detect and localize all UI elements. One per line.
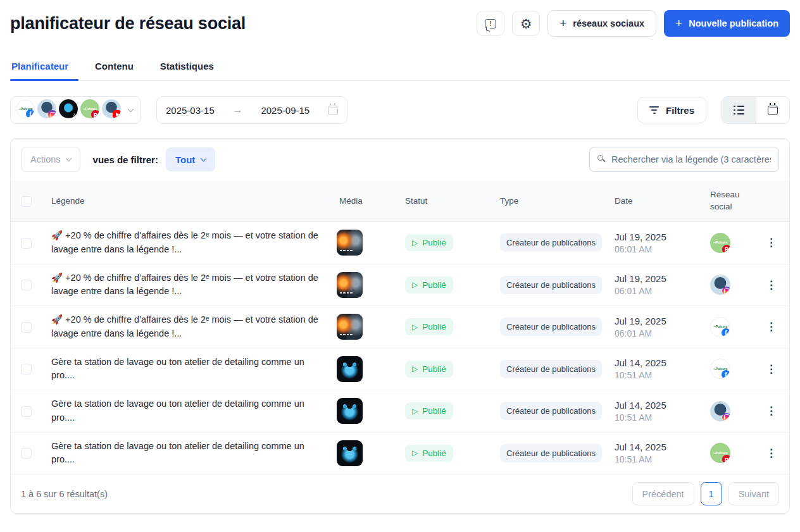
status-badge: ▷ Publié <box>405 234 453 251</box>
row-menu-button[interactable]: ⋮ <box>761 360 782 378</box>
network-badge-icon <box>26 109 35 118</box>
network-account-avatar <box>710 443 730 463</box>
published-icon: ▷ <box>412 365 418 373</box>
settings-button[interactable]: ⚙ <box>512 11 540 36</box>
filter-lines-icon <box>649 106 659 114</box>
account-avatar <box>16 99 35 118</box>
plus-icon: + <box>675 17 682 29</box>
published-icon: ▷ <box>412 449 418 457</box>
status-badge: ▷ Publié <box>405 361 453 378</box>
new-publication-button[interactable]: + Nouvelle publication <box>664 10 790 37</box>
status-label: Publié <box>422 364 446 374</box>
filter-view-select[interactable]: Tout <box>166 147 215 171</box>
row-menu-button[interactable]: ⋮ <box>761 444 782 462</box>
table-row: 🚀 +20 % de chiffre d'affaires dès le 2ᵉ … <box>11 264 789 307</box>
status-label: Publié <box>422 448 446 458</box>
network-badge-icon <box>722 328 730 337</box>
table-row: Gère ta station de lavage ou ton atelier… <box>11 390 789 433</box>
post-type-pill: Créateur de publications <box>500 444 602 462</box>
post-media-thumbnail[interactable] <box>337 356 363 382</box>
post-media-thumbnail[interactable] <box>337 398 363 424</box>
status-badge: ▷ Publié <box>405 318 453 335</box>
chevron-down-icon <box>65 155 72 161</box>
post-caption: Gère ta station de lavage ou ton atelier… <box>41 349 329 390</box>
row-checkbox[interactable] <box>21 238 32 249</box>
tab-bar: Planificateur Contenu Statistiques <box>10 56 790 81</box>
tab-contenu[interactable]: Contenu <box>94 56 135 80</box>
table-row: 🚀 +20 % de chiffre d'affaires dès le 2ᵉ … <box>11 222 789 264</box>
column-header-statut: Statut <box>392 196 487 206</box>
post-media-thumbnail[interactable] <box>337 272 363 298</box>
post-date: Jul 14, 2025 <box>615 442 697 452</box>
connected-account <box>37 99 59 121</box>
row-checkbox[interactable] <box>21 406 32 417</box>
page-title: planificateur de réseau social <box>10 14 246 34</box>
row-checkbox[interactable] <box>21 364 32 374</box>
column-header-media: Média <box>329 196 392 206</box>
column-header-type: Type <box>487 196 603 206</box>
search-container <box>589 147 779 172</box>
row-checkbox[interactable] <box>21 448 32 459</box>
date-start-value[interactable]: 2025-03-15 <box>166 105 215 116</box>
account-avatar <box>102 99 121 118</box>
row-checkbox[interactable] <box>21 280 32 290</box>
actions-dropdown[interactable]: Actions <box>21 147 80 172</box>
add-social-networks-label: réseaux sociaux <box>573 18 644 28</box>
status-badge: ▷ Publié <box>405 402 453 419</box>
search-input[interactable] <box>589 147 779 172</box>
status-label: Publié <box>422 280 446 290</box>
view-toggle <box>722 96 790 124</box>
row-menu-button[interactable]: ⋮ <box>761 233 782 252</box>
published-icon: ▷ <box>412 407 418 415</box>
row-menu-button[interactable]: ⋮ <box>761 276 782 294</box>
post-date: Jul 19, 2025 <box>615 316 697 326</box>
network-badge-icon <box>70 110 78 118</box>
calendar-view-icon <box>768 106 778 115</box>
post-media-thumbnail[interactable] <box>337 440 363 466</box>
feedback-button[interactable]: ! <box>477 11 504 36</box>
date-end-value[interactable]: 2025-09-15 <box>261 105 309 116</box>
post-date: Jul 19, 2025 <box>615 232 697 242</box>
previous-page-button[interactable]: Précédent <box>632 482 694 505</box>
post-media-thumbnail[interactable] <box>337 314 363 340</box>
post-date: Jul 14, 2025 <box>615 357 697 368</box>
post-time: 06:01 AM <box>615 244 697 254</box>
tab-planificateur[interactable]: Planificateur <box>10 56 70 80</box>
published-icon: ▷ <box>412 239 418 247</box>
network-badge-icon <box>722 287 730 295</box>
feedback-bubble-icon: ! <box>485 19 496 28</box>
column-header-reseau-social: Réseau social <box>710 189 746 212</box>
network-badge-icon <box>113 110 121 118</box>
results-count: 1 à 6 sur 6 résultat(s) <box>21 489 108 499</box>
add-social-networks-button[interactable]: + réseaux sociaux <box>547 10 656 37</box>
table-row: Gère ta station de lavage ou ton atelier… <box>11 349 789 391</box>
chevron-down-icon <box>201 155 207 161</box>
table-body: 🚀 +20 % de chiffre d'affaires dès le 2ᵉ … <box>11 222 789 474</box>
date-range-picker[interactable]: 2025-03-15 → 2025-09-15 <box>156 96 347 124</box>
accounts-list <box>16 99 123 121</box>
post-type-pill: Créateur de publications <box>500 276 602 294</box>
filter-views-label: vues de filtrer: <box>93 154 158 165</box>
tab-statistiques[interactable]: Statistiques <box>159 56 215 80</box>
connected-account <box>80 99 102 121</box>
published-icon: ▷ <box>412 323 418 331</box>
row-menu-button[interactable]: ⋮ <box>761 318 782 336</box>
post-type-pill: Créateur de publications <box>500 318 602 336</box>
row-checkbox[interactable] <box>21 322 32 333</box>
network-badge-icon <box>722 245 730 253</box>
page-number-button[interactable]: 1 <box>701 482 722 505</box>
accounts-selector[interactable] <box>10 96 141 124</box>
page-header: planificateur de réseau social ! ⚙ + rés… <box>10 0 790 37</box>
next-page-button[interactable]: Suivant <box>728 482 779 505</box>
post-media-thumbnail[interactable] <box>337 230 363 256</box>
list-view-button[interactable] <box>722 97 756 123</box>
connected-account <box>16 99 37 121</box>
calendar-view-button[interactable] <box>756 97 789 123</box>
social-planner-page: planificateur de réseau social ! ⚙ + rés… <box>0 0 800 532</box>
select-all-checkbox[interactable] <box>21 196 32 207</box>
filters-button[interactable]: Filtres <box>637 97 706 123</box>
network-badge-icon <box>48 110 56 118</box>
row-menu-button[interactable]: ⋮ <box>761 402 782 420</box>
network-account-avatar <box>710 233 730 253</box>
post-caption: 🚀 +20 % de chiffre d'affaires dès le 2ᵉ … <box>41 222 329 264</box>
